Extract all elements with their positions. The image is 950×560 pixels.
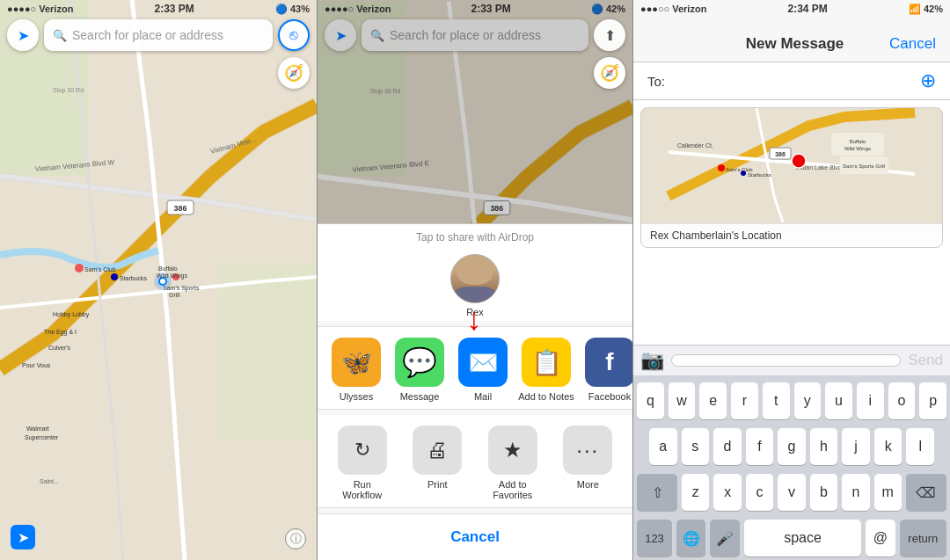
airdrop-label: Tap to share with AirDrop: [318, 223, 632, 247]
share-icon-2: ⬆: [604, 27, 616, 44]
svg-text:Starbucks: Starbucks: [120, 275, 148, 281]
space-key[interactable]: space: [744, 520, 861, 556]
svg-text:Sam's Sports Grill: Sam's Sports Grill: [843, 164, 885, 169]
key-m[interactable]: m: [874, 474, 902, 511]
keyboard: q w e r t y u i o p a s d f g h j k l ⇧ …: [633, 375, 950, 560]
key-j[interactable]: j: [842, 428, 870, 465]
info-icon-1: ⓘ: [290, 531, 302, 547]
search-bar-1[interactable]: 🔍 Search for place or address: [44, 19, 273, 51]
share-button-2[interactable]: ⬆: [594, 19, 625, 51]
key-w[interactable]: w: [669, 382, 696, 419]
favorites-label: Add toFavorites: [493, 479, 532, 500]
location-arrow-1[interactable]: ➤: [11, 525, 35, 549]
more-icon: ···: [576, 438, 599, 462]
key-r[interactable]: r: [731, 382, 758, 419]
action-print[interactable]: 🖨 Print: [400, 425, 476, 490]
carrier-name-1: Verizon: [39, 4, 73, 14]
key-z[interactable]: z: [682, 474, 709, 511]
cancel-button[interactable]: Cancel: [318, 513, 632, 560]
key-c[interactable]: c: [746, 474, 773, 511]
key-v[interactable]: v: [778, 474, 805, 511]
carrier-name-3: Verizon: [672, 4, 706, 14]
carrier-signal-1: ●●●●○ Verizon: [7, 4, 73, 14]
action-more[interactable]: ··· More: [551, 425, 626, 490]
numbers-key[interactable]: 123: [637, 520, 672, 556]
svg-point-39: [718, 164, 725, 171]
key-a[interactable]: a: [649, 428, 677, 465]
map-preview-label: Rex Chamberlain's Location: [641, 223, 942, 247]
status-bar-1: ●●●●○ Verizon 2:33 PM 🔵 43%: [0, 0, 317, 18]
bluetooth-1: 🔵: [275, 4, 288, 15]
message-text-input[interactable]: [671, 354, 901, 367]
back-button-1[interactable]: ➤: [7, 19, 39, 51]
search-placeholder-1: Search for place or address: [72, 28, 264, 42]
share-icon-mail[interactable]: ✉️ Mail: [451, 338, 515, 402]
globe-key[interactable]: 🌐: [676, 520, 705, 556]
at-key[interactable]: @: [866, 520, 895, 556]
share-icon-facebook[interactable]: f Facebook: [578, 338, 632, 402]
action-favorites[interactable]: ★ Add toFavorites: [475, 425, 551, 500]
key-e[interactable]: e: [699, 382, 727, 419]
key-h[interactable]: h: [810, 428, 838, 465]
key-l[interactable]: l: [906, 428, 934, 465]
delete-key[interactable]: ⌫: [906, 474, 946, 511]
return-key[interactable]: return: [900, 520, 946, 556]
action-workflow[interactable]: ↻ RunWorkflow: [325, 425, 400, 500]
svg-text:Grill: Grill: [169, 292, 180, 298]
svg-text:Callender Ct.: Callender Ct.: [677, 142, 713, 149]
to-input[interactable]: [672, 70, 913, 91]
key-g[interactable]: g: [778, 428, 806, 465]
navigation-icon-1: ➤: [18, 529, 29, 546]
add-recipient-button[interactable]: ⊕: [920, 69, 936, 92]
share-icon-ulysses[interactable]: 🦋 Ulysses: [325, 338, 388, 402]
mic-key[interactable]: 🎤: [710, 520, 739, 556]
battery-1: 🔵 43%: [275, 4, 310, 15]
key-t[interactable]: t: [763, 382, 790, 419]
svg-text:Culver's: Culver's: [48, 345, 71, 351]
key-x[interactable]: x: [713, 474, 741, 511]
compass-2[interactable]: 🧭: [594, 57, 625, 89]
message-title: New Message: [746, 35, 844, 53]
key-n[interactable]: n: [842, 474, 869, 511]
svg-text:Wild Wings: Wild Wings: [157, 273, 188, 280]
svg-point-13: [111, 273, 118, 280]
cancel-message-button[interactable]: Cancel: [889, 35, 936, 53]
key-i[interactable]: i: [857, 382, 884, 419]
red-arrow-indicator: ↓: [466, 303, 482, 335]
battery-3: 📶 42%: [909, 4, 943, 15]
more-icon-box: ···: [563, 425, 612, 475]
actions-row: ↻ RunWorkflow 🖨 Print ★ Add toFavorites …: [318, 415, 632, 508]
shift-key[interactable]: ⇧: [637, 474, 677, 511]
share-sheet: Tap to share with AirDrop Rex 🦋 Ulysses: [318, 223, 632, 560]
favorites-icon-box: ★: [488, 425, 537, 475]
message-icon: 💬: [402, 345, 437, 379]
keyboard-bottom-row: 123 🌐 🎤 space @ return: [637, 520, 946, 556]
key-d[interactable]: d: [713, 428, 742, 465]
key-q[interactable]: q: [637, 382, 664, 419]
camera-button[interactable]: 📷: [640, 349, 664, 372]
facebook-icon-box: f: [585, 338, 632, 387]
key-b[interactable]: b: [810, 474, 837, 511]
ulysses-icon-box: 🦋: [332, 338, 381, 387]
compass-1[interactable]: 🧭: [278, 57, 310, 89]
key-f[interactable]: f: [746, 428, 774, 465]
time-1: 2:33 PM: [154, 3, 194, 15]
new-message-panel: ●●●○○ Verizon 2:34 PM 📶 42% New Message …: [633, 0, 950, 560]
send-button[interactable]: Send: [908, 352, 943, 369]
time-3: 2:34 PM: [787, 3, 827, 15]
avatar-rex: [450, 254, 500, 303]
key-s[interactable]: s: [682, 428, 710, 465]
key-y[interactable]: y: [794, 382, 822, 419]
more-label: More: [577, 479, 599, 490]
share-icon-message[interactable]: 💬 Message: [388, 338, 451, 402]
share-icon-notes[interactable]: 📋 Add to Notes: [515, 338, 578, 402]
key-k[interactable]: k: [874, 428, 902, 465]
key-u[interactable]: u: [825, 382, 852, 419]
svg-rect-2: [220, 264, 317, 440]
share-button-1[interactable]: ⎋: [278, 19, 310, 51]
key-p[interactable]: p: [919, 382, 946, 419]
facebook-icon: f: [605, 348, 613, 376]
carrier-signal-3: ●●●○○ Verizon: [640, 4, 706, 14]
key-o[interactable]: o: [888, 382, 916, 419]
info-button-1[interactable]: ⓘ: [285, 528, 306, 549]
